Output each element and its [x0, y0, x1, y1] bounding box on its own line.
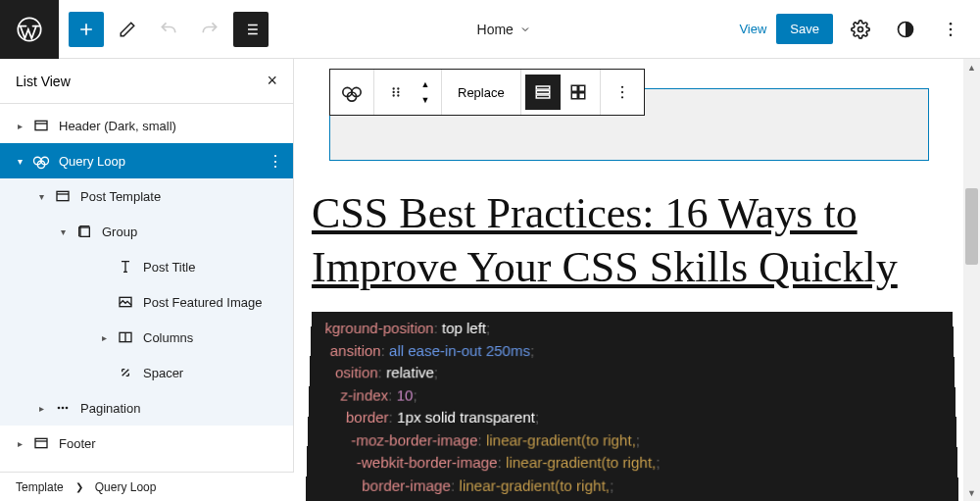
- wordpress-logo[interactable]: [0, 0, 59, 59]
- svg-rect-6: [35, 121, 47, 129]
- caret-icon: ▸: [8, 438, 31, 449]
- toolbar-right: View Save: [739, 12, 980, 47]
- add-block-button[interactable]: [69, 12, 104, 47]
- tree-item-columns[interactable]: ▸Columns: [0, 320, 293, 355]
- caret-icon: ▾: [8, 156, 31, 167]
- svg-point-12: [62, 407, 65, 410]
- tree-item-label: Post Title: [143, 260, 195, 275]
- svg-point-28: [621, 86, 623, 88]
- group-icon: [74, 224, 94, 239]
- tree-item-label: Post Featured Image: [143, 295, 262, 310]
- svg-point-4: [950, 27, 953, 30]
- svg-rect-27: [578, 93, 584, 99]
- svg-point-13: [66, 407, 69, 410]
- caret-icon: ▾: [29, 191, 53, 202]
- tree-item-label: Spacer: [143, 366, 183, 380]
- svg-rect-21: [536, 86, 550, 89]
- block-type-button[interactable]: [334, 75, 369, 110]
- list-view-sidebar: List View × ▸Header (Dark, small)▾Query …: [0, 59, 294, 501]
- move-buttons: ▲ ▼: [414, 76, 437, 108]
- scroll-up-arrow[interactable]: ▲: [963, 59, 980, 75]
- layout-icon: [53, 188, 73, 204]
- caret-icon: ▸: [92, 332, 116, 343]
- save-button[interactable]: Save: [776, 14, 833, 44]
- scroll-down-arrow[interactable]: ▼: [963, 484, 980, 501]
- svg-point-3: [950, 22, 953, 25]
- sidebar-title: List View: [16, 74, 71, 89]
- svg-point-11: [58, 407, 61, 410]
- post-title[interactable]: CSS Best Practices: 16 Ways to Improve Y…: [312, 186, 911, 294]
- sidebar-header: List View ×: [0, 59, 293, 104]
- svg-point-20: [397, 94, 399, 96]
- svg-rect-25: [578, 85, 584, 91]
- svg-rect-7: [57, 191, 69, 200]
- loop-icon: [31, 152, 51, 170]
- tree-item-post-featured-image[interactable]: Post Featured Image: [0, 284, 293, 320]
- svg-rect-8: [80, 227, 89, 236]
- redo-button[interactable]: [192, 12, 227, 47]
- edit-button[interactable]: [110, 12, 145, 47]
- document-title-dropdown[interactable]: Home: [269, 22, 739, 37]
- tree-item-group[interactable]: ▾Group: [0, 214, 293, 249]
- breadcrumb-root[interactable]: Template: [16, 480, 64, 494]
- svg-point-29: [621, 91, 623, 93]
- list-view-button[interactable]: [233, 12, 269, 47]
- tree-item-label: Footer: [59, 436, 96, 451]
- layout-icon: [31, 118, 51, 133]
- chevron-right-icon: ❯: [75, 481, 83, 492]
- move-up-button[interactable]: ▲: [414, 76, 437, 92]
- close-sidebar-button[interactable]: ×: [267, 71, 277, 91]
- tree-item-spacer[interactable]: Spacer: [0, 355, 293, 390]
- scroll-thumb[interactable]: [965, 188, 978, 265]
- svg-rect-26: [571, 93, 577, 99]
- svg-point-16: [397, 87, 399, 89]
- tree-item-label: Query Loop: [59, 154, 125, 169]
- editor-canvas[interactable]: ▲ ▼ Replace CSS Best Practices: 16 Ways …: [294, 59, 980, 501]
- drag-handle[interactable]: [378, 75, 414, 110]
- settings-button[interactable]: [843, 12, 878, 47]
- tree-item-header-dark-small-[interactable]: ▸Header (Dark, small): [0, 108, 293, 143]
- styles-button[interactable]: [888, 12, 923, 47]
- tree-item-label: Group: [102, 225, 137, 239]
- svg-rect-23: [536, 95, 550, 98]
- top-toolbar: Home View Save: [0, 0, 980, 59]
- main-area: List View × ▸Header (Dark, small)▾Query …: [0, 59, 980, 501]
- more-options-button[interactable]: [933, 12, 968, 47]
- tree-item-post-template[interactable]: ▾Post Template: [0, 178, 293, 214]
- tree-item-label: Header (Dark, small): [59, 119, 176, 133]
- caret-icon: ▾: [51, 226, 74, 237]
- svg-point-15: [393, 87, 395, 89]
- grid-layout-button[interactable]: [561, 75, 596, 110]
- title-icon: [116, 259, 135, 275]
- block-more-button[interactable]: [605, 75, 640, 110]
- document-title: Home: [477, 22, 514, 37]
- layout-icon: [31, 435, 51, 451]
- list-layout-button[interactable]: [525, 75, 561, 110]
- featured-image-code: kground-position: top left;ansition: all…: [305, 312, 960, 501]
- undo-button[interactable]: [151, 12, 186, 47]
- vertical-scrollbar[interactable]: ▲ ▼: [963, 59, 980, 501]
- tree-item-post-title[interactable]: Post Title: [0, 249, 293, 284]
- svg-point-1: [858, 26, 863, 31]
- columns-icon: [116, 329, 135, 345]
- chevron-down-icon: [519, 24, 531, 35]
- dots-icon: [53, 400, 73, 416]
- svg-point-17: [393, 91, 395, 93]
- tree-item-footer[interactable]: ▸Footer: [0, 426, 293, 461]
- tree-item-label: Post Template: [80, 189, 161, 204]
- svg-point-19: [393, 94, 395, 96]
- replace-button[interactable]: Replace: [446, 85, 516, 100]
- tree-item-query-loop[interactable]: ▾Query Loop⋮: [0, 143, 293, 178]
- breadcrumb-current[interactable]: Query Loop: [95, 480, 157, 494]
- block-toolbar: ▲ ▼ Replace: [329, 69, 645, 116]
- svg-point-30: [621, 96, 623, 98]
- block-tree: ▸Header (Dark, small)▾Query Loop⋮▾Post T…: [0, 104, 293, 501]
- svg-rect-24: [571, 85, 577, 91]
- svg-point-5: [950, 33, 953, 36]
- svg-rect-14: [35, 438, 47, 447]
- view-link[interactable]: View: [739, 22, 766, 36]
- svg-point-18: [397, 91, 399, 93]
- more-icon[interactable]: ⋮: [268, 152, 283, 171]
- move-down-button[interactable]: ▼: [414, 92, 437, 108]
- tree-item-pagination[interactable]: ▸Pagination: [0, 390, 293, 426]
